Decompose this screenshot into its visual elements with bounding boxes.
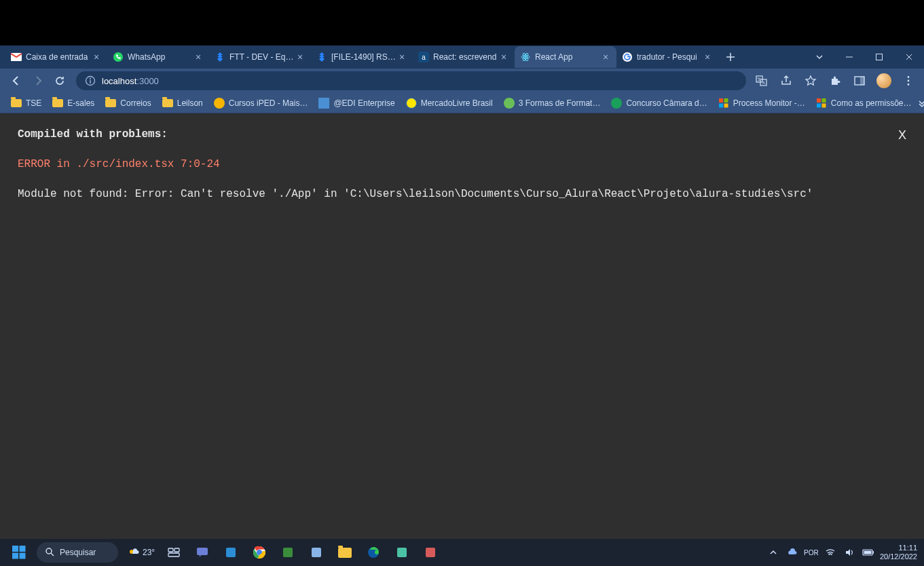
extensions-icon[interactable] — [825, 71, 845, 91]
compile-problems-heading: Compiled with problems: — [18, 128, 906, 140]
iped-icon — [214, 98, 225, 109]
url-port: :3000 — [136, 76, 159, 86]
close-icon[interactable]: × — [91, 52, 102, 62]
side-panel-icon[interactable] — [849, 71, 870, 91]
bookmark-esales[interactable]: E-sales — [47, 94, 100, 112]
bookmark-cursos-iped[interactable]: Cursos iPED - Mais… — [208, 94, 314, 112]
tab-search-button[interactable] — [805, 45, 834, 69]
window-controls — [805, 45, 924, 69]
tab-label: WhatsApp — [128, 52, 193, 62]
error-overlay-close-button[interactable]: X — [898, 128, 906, 143]
bookmarks-bar: TSE E-sales Correios Leilson Cursos iPED… — [0, 93, 924, 113]
close-window-button[interactable] — [894, 45, 924, 69]
bookmark-mercadolivre[interactable]: MercadoLivre Brasil — [401, 94, 498, 112]
svg-text:a: a — [422, 54, 426, 61]
translate-icon[interactable]: 文A — [752, 71, 772, 91]
taskbar-app-7[interactable] — [418, 540, 443, 565]
gmail-icon — [11, 52, 22, 62]
tab-react-app[interactable]: React App × — [515, 46, 616, 68]
taskbar-file-explorer[interactable] — [333, 540, 357, 565]
taskbar-app-3[interactable] — [276, 540, 300, 565]
taskbar-app-6[interactable] — [390, 540, 414, 565]
menu-button[interactable] — [898, 71, 919, 91]
share-icon[interactable] — [776, 71, 796, 91]
tray-volume-icon[interactable] — [842, 545, 857, 560]
svg-rect-47 — [397, 548, 407, 557]
svg-rect-22 — [318, 98, 329, 109]
tray-overflow-icon[interactable] — [766, 545, 781, 560]
svg-rect-48 — [426, 548, 435, 557]
svg-rect-12 — [90, 80, 90, 83]
close-icon[interactable]: × — [498, 52, 509, 62]
start-button[interactable] — [7, 540, 31, 565]
taskbar-search-placeholder: Pesquisar — [60, 548, 96, 557]
new-tab-button[interactable] — [721, 48, 740, 67]
bookmark-concurso[interactable]: Concurso Câmara d… — [606, 94, 712, 112]
bookmark-process-monitor[interactable]: Process Monitor -… — [713, 94, 811, 112]
close-icon[interactable]: × — [193, 52, 204, 62]
forward-button[interactable] — [27, 70, 49, 92]
tray-battery-icon[interactable] — [861, 545, 876, 560]
svg-rect-31 — [12, 546, 18, 552]
wikihow-icon — [504, 98, 515, 109]
bookmark-label: MercadoLivre Brasil — [421, 98, 493, 108]
close-icon[interactable]: × — [600, 52, 611, 62]
folder-icon — [105, 98, 116, 109]
avatar-icon — [876, 73, 891, 88]
close-icon[interactable]: × — [295, 52, 306, 62]
back-button[interactable] — [5, 70, 27, 92]
bookmarks-overflow-button[interactable] — [917, 98, 924, 108]
svg-text:A: A — [762, 81, 765, 85]
taskbar-weather[interactable]: 23° — [128, 546, 155, 559]
svg-text:文: 文 — [757, 77, 761, 81]
taskbar-app-4[interactable] — [304, 540, 329, 565]
bookmark-label: 3 Formas de Format… — [519, 98, 601, 108]
bookmark-3-formas[interactable]: 3 Formas de Format… — [498, 94, 606, 112]
tab-label: Caixa de entrada — [26, 52, 91, 62]
svg-rect-37 — [168, 548, 173, 552]
close-icon[interactable]: × — [396, 52, 407, 62]
bookmark-leilson[interactable]: Leilson — [157, 94, 208, 112]
taskbar-task-view[interactable] — [162, 540, 186, 565]
maximize-button[interactable] — [864, 45, 894, 69]
profile-avatar[interactable] — [874, 71, 894, 91]
react-icon — [520, 52, 531, 62]
site-info-icon[interactable] — [84, 75, 96, 87]
taskbar-edge[interactable] — [361, 540, 386, 565]
tab-gmail[interactable]: Caixa de entrada × — [5, 46, 107, 68]
tab-tradutor[interactable]: tradutor - Pesqui × — [616, 46, 718, 68]
svg-point-11 — [90, 78, 91, 79]
tab-whatsapp[interactable]: WhatsApp × — [107, 46, 209, 68]
bookmark-permissoes[interactable]: Como as permissõe… — [811, 94, 917, 112]
bookmark-tse[interactable]: TSE — [5, 94, 47, 112]
taskbar-app-1[interactable] — [219, 540, 243, 565]
url-host: localhost — [102, 76, 136, 86]
tray-wifi-icon[interactable] — [823, 545, 838, 560]
taskbar-chrome[interactable] — [247, 540, 272, 565]
tab-ftt-dev[interactable]: FTT - DEV - Equip × — [209, 46, 311, 68]
tray-language-icon[interactable]: POR — [804, 545, 819, 560]
taskbar-clock[interactable]: 11:11 20/12/2022 — [880, 544, 917, 561]
bookmark-star-icon[interactable] — [800, 71, 821, 91]
tab-file-1490[interactable]: [FILE-1490] RSA - × — [311, 46, 413, 68]
tray-onedrive-icon[interactable] — [785, 545, 800, 560]
bookmark-label: Cursos iPED - Mais… — [229, 98, 308, 108]
page-content: X Compiled with problems: ERROR in ./src… — [0, 113, 924, 539]
svg-rect-33 — [12, 553, 18, 559]
bookmark-edi-enterprise[interactable]: @EDI Enterprise — [313, 94, 400, 112]
reload-button[interactable] — [49, 70, 71, 92]
error-location-line: ERROR in ./src/index.tsx 7:0-24 — [18, 158, 906, 170]
bookmark-label: Correios — [120, 98, 151, 108]
address-bar[interactable]: localhost:3000 — [76, 71, 746, 90]
taskbar-search[interactable]: Pesquisar — [37, 542, 118, 563]
browser-tab-strip: Caixa de entrada × WhatsApp × FTT - DEV … — [0, 45, 924, 69]
svg-point-19 — [908, 76, 910, 78]
google-icon — [622, 52, 633, 62]
tab-react-escrevendo[interactable]: a React: escrevend × — [413, 46, 515, 68]
close-icon[interactable]: × — [702, 52, 713, 62]
minimize-button[interactable] — [834, 45, 864, 69]
taskbar-chat[interactable] — [190, 540, 215, 565]
bookmark-correios[interactable]: Correios — [100, 94, 156, 112]
browser-toolbar: localhost:3000 文A — [0, 69, 924, 93]
system-tray: POR 11:11 20/12/2022 — [766, 544, 917, 561]
